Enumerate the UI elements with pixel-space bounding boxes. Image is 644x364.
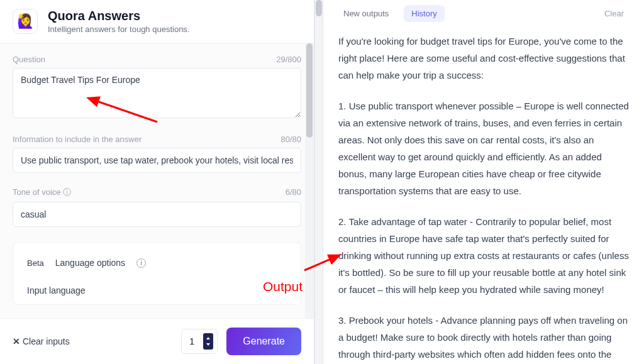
left-scrollbar[interactable] xyxy=(305,43,314,318)
pane-divider[interactable] xyxy=(314,0,323,364)
app-subtitle: Intelligent answers for tough questions. xyxy=(48,25,189,34)
stepper-icon[interactable] xyxy=(203,333,213,350)
bottom-bar: ✕ Clear inputs 1 Generate xyxy=(0,318,314,364)
clear-inputs-button[interactable]: ✕ Clear inputs xyxy=(13,336,70,346)
language-options-header: Beta Language options i xyxy=(27,258,287,268)
question-input[interactable] xyxy=(13,68,301,118)
app-title: Quora Answers xyxy=(48,9,189,23)
question-counter: 29/800 xyxy=(276,55,301,64)
output-intro: If you're looking for budget travel tips… xyxy=(338,33,630,84)
tone-input[interactable] xyxy=(13,202,301,227)
bottom-right-controls: 1 Generate xyxy=(181,328,301,355)
left-header: 🙋‍♀️ Quora Answers Intelligent answers f… xyxy=(0,0,314,43)
left-pane: 🙋‍♀️ Quora Answers Intelligent answers f… xyxy=(0,0,314,364)
info-icon[interactable]: i xyxy=(136,258,146,268)
input-language-label: Input language xyxy=(27,285,287,295)
app-header-text: Quora Answers Intelligent answers for to… xyxy=(48,9,189,34)
app-icon-emoji: 🙋‍♀️ xyxy=(17,13,34,30)
question-label: Question xyxy=(13,55,45,64)
generate-button-label: Generate xyxy=(243,336,285,346)
tone-label: Tone of voice ⓘ xyxy=(13,187,71,198)
generate-button[interactable]: Generate xyxy=(226,328,301,355)
app-icon: 🙋‍♀️ xyxy=(13,9,38,34)
output-tip-2: 2. Take advantage of tap water - Contrar… xyxy=(338,213,630,298)
info-label: Information to include in the answer xyxy=(13,135,142,144)
output-tabs: New outputs History Clear xyxy=(323,0,644,26)
info-counter: 80/80 xyxy=(280,135,301,144)
tone-counter: 6/80 xyxy=(286,187,301,197)
tone-label-row: Tone of voice ⓘ 6/80 xyxy=(13,187,301,198)
generation-count-stepper[interactable]: 1 xyxy=(181,329,218,354)
info-input[interactable] xyxy=(13,148,301,173)
beta-tag: Beta xyxy=(27,258,44,268)
left-scrollbar-thumb[interactable] xyxy=(306,43,313,138)
right-pane: New outputs History Clear If you're look… xyxy=(323,0,644,364)
clear-output-button[interactable]: Clear xyxy=(597,5,631,22)
question-label-row: Question 29/800 xyxy=(13,55,301,64)
clear-inputs-label: Clear inputs xyxy=(23,336,70,346)
generation-count-value: 1 xyxy=(189,336,194,346)
close-icon: ✕ xyxy=(13,336,20,346)
language-options-title: Language options xyxy=(55,258,125,268)
info-label-row: Information to include in the answer 80/… xyxy=(13,135,301,144)
output-tip-3: 3. Prebook your hotels - Advance plannin… xyxy=(338,312,630,363)
language-options-card: Beta Language options i Input language xyxy=(13,242,301,305)
form-scroll[interactable]: Question 29/800 Information to include i… xyxy=(0,43,314,318)
output-tip-1: 1. Use public transport whenever possibl… xyxy=(338,97,630,199)
tab-history[interactable]: History xyxy=(404,5,444,22)
output-content[interactable]: If you're looking for budget travel tips… xyxy=(323,26,644,364)
tab-new-outputs[interactable]: New outputs xyxy=(336,5,396,22)
